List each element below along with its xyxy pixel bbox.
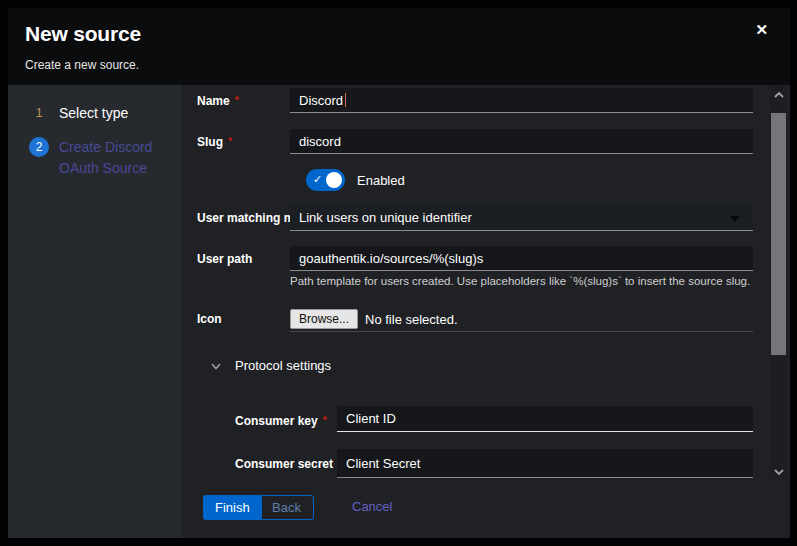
step-1-label: Select type bbox=[59, 103, 177, 124]
form-panel: Name* Discord Slug* ✓ Enabled User match… bbox=[182, 85, 790, 538]
enabled-toggle[interactable]: ✓ bbox=[306, 169, 345, 191]
new-source-modal: New source Create a new source. ✕ 1 Sele… bbox=[8, 8, 790, 538]
enabled-label: Enabled bbox=[357, 173, 405, 188]
step-1-number-col: 1 bbox=[28, 103, 50, 124]
protocol-settings-toggle[interactable]: Protocol settings bbox=[210, 358, 331, 373]
scrollbar-thumb[interactable] bbox=[771, 113, 786, 355]
page-title: New source bbox=[25, 22, 141, 46]
user-matching-mode-select[interactable]: Link users on unique identifier bbox=[290, 205, 753, 231]
slug-input[interactable] bbox=[290, 129, 753, 154]
back-button[interactable]: Back bbox=[259, 495, 314, 520]
consumer-key-input[interactable] bbox=[337, 406, 753, 432]
scroll-up-icon[interactable] bbox=[770, 87, 787, 103]
required-marker: * bbox=[323, 414, 327, 426]
modal-subtitle: Create a new source. bbox=[25, 58, 139, 72]
scrollbar bbox=[770, 85, 787, 482]
user-path-help-text: Path template for users created. Use pla… bbox=[290, 275, 750, 287]
close-icon: ✕ bbox=[755, 21, 768, 38]
close-button[interactable]: ✕ bbox=[755, 22, 768, 37]
consumer-key-label: Consumer key* bbox=[235, 414, 327, 428]
finish-button[interactable]: Finish bbox=[203, 495, 262, 520]
wizard-sidebar: 1 Select type 2 Create Discord OAuth Sou… bbox=[8, 85, 182, 538]
toggle-knob bbox=[326, 172, 342, 188]
user-path-label: User path bbox=[197, 252, 252, 266]
required-marker: * bbox=[228, 135, 232, 147]
slug-label: Slug* bbox=[197, 135, 232, 149]
browse-button[interactable]: Browse... bbox=[290, 309, 358, 329]
user-matching-mode-value: Link users on unique identifier bbox=[299, 210, 472, 225]
name-label: Name* bbox=[197, 94, 239, 108]
wizard-footer: Finish Back Cancel bbox=[182, 478, 790, 538]
step-1-number: 1 bbox=[35, 103, 42, 120]
no-file-selected-text: No file selected. bbox=[365, 312, 458, 327]
modal-body: 1 Select type 2 Create Discord OAuth Sou… bbox=[8, 85, 790, 538]
wizard-step-select-type[interactable]: 1 Select type bbox=[28, 103, 182, 124]
caret-down-icon bbox=[730, 216, 740, 222]
icon-file-input: Browse... No file selected. bbox=[290, 307, 753, 332]
required-marker: * bbox=[235, 94, 239, 106]
cancel-button[interactable]: Cancel bbox=[352, 499, 392, 514]
name-input-value: Discord bbox=[299, 93, 343, 108]
consumer-secret-label: Consumer secret* bbox=[235, 457, 342, 471]
user-path-input[interactable] bbox=[290, 246, 753, 271]
icon-label: Icon bbox=[197, 312, 222, 326]
name-input[interactable]: Discord bbox=[290, 88, 753, 113]
step-2-label: Create Discord OAuth Source bbox=[59, 137, 177, 179]
chevron-down-icon bbox=[210, 360, 222, 372]
step-2-badge-col: 2 bbox=[28, 137, 50, 179]
text-cursor bbox=[345, 93, 346, 107]
wizard-step-create-discord-oauth-source[interactable]: 2 Create Discord OAuth Source bbox=[28, 137, 182, 179]
consumer-secret-input[interactable] bbox=[337, 449, 753, 478]
modal-header: New source Create a new source. ✕ bbox=[8, 8, 790, 85]
modal-backdrop: New source Create a new source. ✕ 1 Sele… bbox=[0, 0, 797, 546]
protocol-settings-title: Protocol settings bbox=[235, 358, 331, 373]
check-icon: ✓ bbox=[313, 173, 322, 186]
step-2-badge: 2 bbox=[29, 137, 49, 157]
